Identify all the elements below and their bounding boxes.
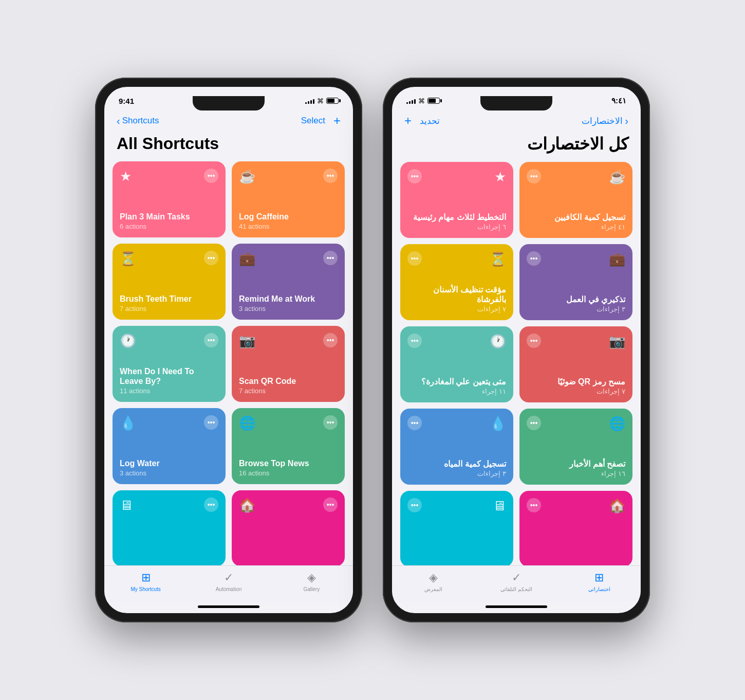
home-indicator-rtl xyxy=(486,605,547,608)
page-title-rtl: كل الاختصارات xyxy=(392,132,641,162)
card-subtitle-1: 6 actions xyxy=(120,223,218,230)
rtl-card-top-9: 🖥 ••• xyxy=(407,498,506,514)
back-chevron-ltr xyxy=(117,115,120,127)
rtl-card-top-8: 🌐 ••• xyxy=(527,416,625,432)
card-icon-1: ★ xyxy=(120,169,132,185)
tab-gallery[interactable]: ◈ Gallery xyxy=(291,571,332,592)
card-icon-4: 💼 xyxy=(239,251,255,267)
rtl-card-10[interactable]: 🏠 ••• xyxy=(519,491,632,565)
rtl-card-icon-3: ⏳ xyxy=(490,251,506,267)
card-top-6: 📷 ••• xyxy=(239,333,338,349)
card-log-water[interactable]: 💧 ••• Log Water 3 actions xyxy=(113,408,226,484)
card-menu-9[interactable]: ••• xyxy=(204,498,218,512)
rtl-card-brush[interactable]: ⏳ ••• مؤقت تنظيف الأسنان بالفرشاة ٧ إجرا… xyxy=(400,244,513,320)
card-body-8: Browse Top News 16 actions xyxy=(239,458,338,477)
card-menu-1[interactable]: ••• xyxy=(204,169,218,183)
tab-my-shortcuts[interactable]: ⊞ My Shortcuts xyxy=(125,571,166,592)
rtl-card-when[interactable]: 🕐 ••• متى يتعين علي المغادرة؟ ١١ إجراء xyxy=(400,326,513,402)
card-menu-3[interactable]: ••• xyxy=(204,251,218,265)
rtl-card-menu-7[interactable]: ••• xyxy=(407,416,422,430)
rtl-card-plan[interactable]: ★ ••• التخطيط لثلاث مهام رئيسية ٦ إجراءا… xyxy=(400,162,513,238)
back-label-ltr: Shortcuts xyxy=(122,116,159,126)
select-button-ltr[interactable]: Select xyxy=(301,116,325,126)
rtl-card-title-8: تصفح أهم الأخبار xyxy=(527,459,625,469)
nav-back-rtl[interactable]: الاختصارات xyxy=(582,115,628,127)
card-icon-3: ⏳ xyxy=(120,251,136,267)
card-scan-qr[interactable]: 📷 ••• Scan QR Code 7 actions xyxy=(232,326,345,402)
nav-actions-ltr: Select + xyxy=(301,114,341,128)
signal-bars-ltr xyxy=(305,98,314,104)
status-icons-rtl: ⌘ xyxy=(406,97,440,105)
rtl-card-menu-10[interactable]: ••• xyxy=(527,498,541,512)
card-menu-6[interactable]: ••• xyxy=(323,333,338,347)
rtl-card-top-4: 💼 ••• xyxy=(527,251,625,267)
card-menu-10[interactable]: ••• xyxy=(323,498,338,512)
card-top-3: ⏳ ••• xyxy=(120,251,218,267)
rtl-card-menu-4[interactable]: ••• xyxy=(527,251,541,266)
card-icon-8: 🌐 xyxy=(239,415,255,431)
rtl-card-menu-6[interactable]: ••• xyxy=(527,334,541,348)
tab-automation-rtl[interactable]: ✓ التحكم التلقائي xyxy=(496,571,537,592)
add-button-rtl[interactable]: + xyxy=(404,114,412,128)
rtl-card-menu-5[interactable]: ••• xyxy=(407,334,422,348)
card-body-2: Log Caffeine 41 actions xyxy=(239,212,338,230)
rtl-card-icon-10: 🏠 xyxy=(609,498,625,514)
tab-my-shortcuts-rtl[interactable]: ⊞ اختصاراتي xyxy=(579,571,620,592)
automation-label: Automation xyxy=(216,586,242,592)
rtl-card-body-8: تصفح أهم الأخبار ١٦ إجراء xyxy=(527,459,625,477)
card-remind-work[interactable]: 💼 ••• Remind Me at Work 3 actions xyxy=(232,244,345,320)
wifi-icon-rtl: ⌘ xyxy=(418,97,425,105)
rtl-card-menu-9[interactable]: ••• xyxy=(407,498,422,512)
card-log-caffeine[interactable]: ☕ ••• Log Caffeine 41 actions xyxy=(232,161,345,237)
card-title-6: Scan QR Code xyxy=(239,376,338,386)
card-menu-4[interactable]: ••• xyxy=(323,251,338,265)
rtl-card-menu-8[interactable]: ••• xyxy=(527,416,541,430)
rtl-card-body-6: مسح رمز QR ضوئيًا ٧ إجراءات xyxy=(527,377,625,395)
my-shortcuts-icon-rtl: ⊞ xyxy=(594,571,604,584)
signal-bar-1 xyxy=(305,102,307,104)
my-shortcuts-label: My Shortcuts xyxy=(131,586,160,592)
tab-bar-rtl: ⊞ اختصاراتي ✓ التحكم التلقائي ◈ المعرض xyxy=(392,565,641,602)
battery-icon-ltr xyxy=(326,98,339,104)
status-time-ltr: 9:41 xyxy=(119,97,134,105)
card-menu-5[interactable]: ••• xyxy=(204,333,218,347)
select-button-rtl[interactable]: تحديد xyxy=(420,116,440,126)
add-button-ltr[interactable]: + xyxy=(333,114,341,128)
notch-ltr xyxy=(193,96,265,110)
rtl-card-menu-3[interactable]: ••• xyxy=(407,251,422,266)
card-menu-8[interactable]: ••• xyxy=(323,415,338,430)
signal-bars-rtl xyxy=(406,98,416,104)
back-chevron-rtl xyxy=(625,115,628,127)
rtl-card-scan[interactable]: 📷 ••• مسح رمز QR ضوئيًا ٧ إجراءات xyxy=(519,326,632,402)
card-10[interactable]: 🏠 ••• xyxy=(232,490,345,565)
card-subtitle-3: 7 actions xyxy=(120,305,218,312)
nav-back-ltr[interactable]: Shortcuts xyxy=(117,115,159,127)
card-menu-7[interactable]: ••• xyxy=(204,415,218,430)
rtl-card-caffeine[interactable]: ☕ ••• تسجيل كمية الكافيين ٤١ إجراء xyxy=(519,162,632,238)
card-9[interactable]: 🖥 ••• xyxy=(113,490,226,565)
card-brush-teeth[interactable]: ⏳ ••• Brush Teeth Timer 7 actions xyxy=(113,244,226,320)
card-plan-main-tasks[interactable]: ★ ••• Plan 3 Main Tasks 6 actions xyxy=(113,161,226,237)
rtl-card-icon-9: 🖥 xyxy=(493,498,506,514)
card-top-10: 🏠 ••• xyxy=(239,498,338,513)
tab-automation[interactable]: ✓ Automation xyxy=(208,571,249,592)
rtl-card-remind[interactable]: 💼 ••• تذكيري في العمل ٣ إجراءات xyxy=(519,244,632,320)
card-menu-2[interactable]: ••• xyxy=(323,169,338,183)
rtl-card-menu-2[interactable]: ••• xyxy=(527,169,541,183)
rtl-card-9[interactable]: 🖥 ••• xyxy=(400,491,513,565)
rtl-card-news[interactable]: 🌐 ••• تصفح أهم الأخبار ١٦ إجراء xyxy=(519,409,632,485)
rtl-card-subtitle-5: ١١ إجراء xyxy=(407,388,506,395)
signal-bar-rtl-4 xyxy=(414,99,416,104)
tab-gallery-rtl[interactable]: ◈ المعرض xyxy=(413,571,454,592)
card-when-leave[interactable]: 🕐 ••• When Do I Need To Leave By? 11 act… xyxy=(113,326,226,402)
rtl-card-water[interactable]: 💧 ••• تسجيل كمية المياه ٣ إجراءات xyxy=(400,409,513,485)
tab-bar-ltr: ⊞ My Shortcuts ✓ Automation ◈ Gallery xyxy=(104,565,353,602)
signal-bar-4 xyxy=(313,99,314,104)
card-browse-news[interactable]: 🌐 ••• Browse Top News 16 actions xyxy=(232,408,345,484)
card-icon-2: ☕ xyxy=(239,169,255,185)
rtl-card-top-7: 💧 ••• xyxy=(407,416,506,432)
rtl-phone: ٩:٤١ ⌘ الاختصارات تحديد xyxy=(383,78,650,622)
card-subtitle-7: 3 actions xyxy=(120,469,218,477)
shortcuts-grid-rtl: ★ ••• التخطيط لثلاث مهام رئيسية ٦ إجراءا… xyxy=(392,162,641,565)
rtl-card-menu-1[interactable]: ••• xyxy=(407,169,422,183)
